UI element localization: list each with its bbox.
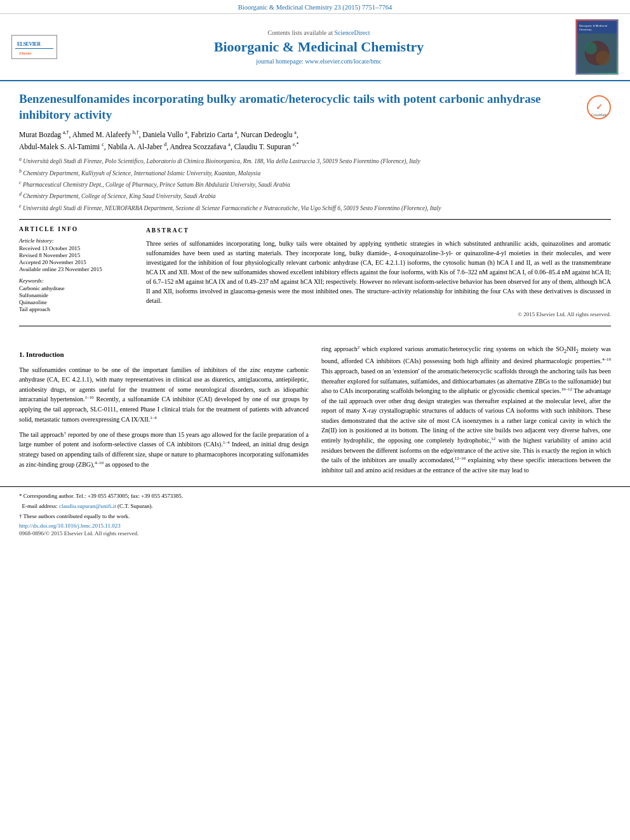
article-title-block: Benzenesulfonamides incorporating bulky … xyxy=(19,91,611,123)
received-date: Received 13 October 2015 xyxy=(19,245,135,251)
author-claudiu: Claudiu T. Supuran e,* xyxy=(234,143,299,150)
svg-text:CrossMark: CrossMark xyxy=(591,113,607,117)
intro-para1: The sulfonamides continue to be one of t… xyxy=(19,365,309,425)
elsevier-logo-icon: ELSEVIER Elsevier xyxy=(14,37,55,57)
article-history-label: Article history: xyxy=(19,237,135,244)
doi-line[interactable]: http://dx.doi.org/10.1016/j.bmc.2015.11.… xyxy=(19,523,611,529)
abstract-copyright: © 2015 Elsevier Ltd. All rights reserved… xyxy=(146,310,611,319)
article-info-col: ARTICLE INFO Article history: Received 1… xyxy=(19,226,146,319)
elsevier-logo-box: ELSEVIER Elsevier xyxy=(11,35,57,59)
affil-e: e Università degli Studi di Firenze, NEU… xyxy=(19,203,611,213)
thumbnail-image: Bioorganic & Medicinal Chemistry xyxy=(577,20,617,74)
homepage-url[interactable]: www.elsevier.com/locate/bmc xyxy=(305,58,381,65)
journal-center: Contents lists available at ScienceDirec… xyxy=(62,29,575,65)
keyword-1: Carbonic anhydrase xyxy=(19,285,135,291)
footer-copyright: 0968-0896/© 2015 Elsevier Ltd. All right… xyxy=(19,530,611,537)
affil-b: b Chemistry Department, Kulliyyah of Sci… xyxy=(19,168,611,178)
svg-point-10 xyxy=(585,42,597,54)
keyword-4: Tail approach xyxy=(19,306,135,312)
footnote-email: E-mail address: claudiu.supuran@unifi.it… xyxy=(19,502,611,510)
affil-d: d Chemistry Department, College of Scien… xyxy=(19,190,611,201)
author-fabrizio: Fabrizio Carta a, xyxy=(191,131,241,138)
doi-text[interactable]: http://dx.doi.org/10.1016/j.bmc.2015.11.… xyxy=(19,523,121,529)
contents-text: Contents lists available at xyxy=(267,29,332,36)
homepage-label: journal homepage: xyxy=(256,58,304,65)
accepted-date: Accepted 20 November 2015 xyxy=(19,259,135,265)
right-col: ring approach2 which explored various ar… xyxy=(321,344,611,481)
author-nurcan: Nurcan Dedeoglu a, xyxy=(241,131,298,138)
keyword-3: Quinazoline xyxy=(19,299,135,305)
journal-ref-text: Bioorganic & Medicinal Chemistry 23 (201… xyxy=(238,4,392,11)
email-link[interactable]: claudiu.supuran@unifi.it xyxy=(59,503,116,509)
svg-text:ELSEVIER: ELSEVIER xyxy=(17,41,41,47)
left-col: 1. Introduction The sulfonamides continu… xyxy=(19,344,309,481)
author-daniela: Daniela Vullo a, xyxy=(143,131,191,138)
article-info-heading: ARTICLE INFO xyxy=(19,226,135,232)
journal-reference: Bioorganic & Medicinal Chemistry 23 (201… xyxy=(0,0,630,14)
abstract-text: Three series of sulfonamides incorporati… xyxy=(146,239,611,305)
author-nabila: Nabila A. Al-Jaber d, xyxy=(107,143,170,150)
svg-rect-2 xyxy=(15,48,53,49)
journal-thumbnail: Bioorganic & Medicinal Chemistry xyxy=(575,19,619,75)
footnote-dagger: † These authors contributed equally to t… xyxy=(19,512,611,521)
svg-text:Bioorganic & Medicinal: Bioorganic & Medicinal xyxy=(579,24,607,27)
intro-para2: The tail approach† reported by one of th… xyxy=(19,430,309,470)
contents-line: Contents lists available at ScienceDirec… xyxy=(69,29,569,36)
revised-date: Revised 8 November 2015 xyxy=(19,252,135,258)
right-para1: ring approach2 which explored various ar… xyxy=(321,344,611,476)
footnote-section: * Corresponding author. Tel.: +39 055 45… xyxy=(0,486,630,537)
journal-title: Bioorganic & Medicinal Chemistry xyxy=(69,39,569,55)
journal-header: ELSEVIER Elsevier Contents lists availab… xyxy=(0,14,630,81)
keywords-label: Keywords: xyxy=(19,277,135,284)
abstract-col: ABSTRACT Three series of sulfonamides in… xyxy=(146,226,611,319)
keyword-2: Sulfonamide xyxy=(19,292,135,298)
elsevier-logo-block: ELSEVIER Elsevier xyxy=(11,35,62,59)
authors-line: Murat Bozdag a,†, Ahmed M. Alafeefy b,†,… xyxy=(19,129,611,152)
journal-homepage: journal homepage: www.elsevier.com/locat… xyxy=(69,58,569,65)
affil-a: a Università degli Studi di Firenze, Pol… xyxy=(19,156,611,166)
main-body: 1. Introduction The sulfonamides continu… xyxy=(0,333,630,481)
svg-text:Elsevier: Elsevier xyxy=(18,51,32,56)
author-abdulmalek: Abdul-Malek S. Al-Tamimi c, xyxy=(19,143,107,150)
author-andrea: Andrea Scozzafava a, xyxy=(170,143,234,150)
divider xyxy=(19,219,611,220)
available-date: Available online 23 November 2015 xyxy=(19,266,135,272)
sciencedirect-link[interactable]: ScienceDirect xyxy=(334,29,370,36)
info-abstract-section: ARTICLE INFO Article history: Received 1… xyxy=(19,226,611,319)
svg-point-11 xyxy=(596,51,610,65)
abstract-heading: ABSTRACT xyxy=(146,226,611,235)
affiliations: a Università degli Studi di Firenze, Pol… xyxy=(19,156,611,213)
crossmark-icon: ✓ CrossMark xyxy=(587,95,611,119)
divider2 xyxy=(19,326,611,326)
footnote-star: * Corresponding author. Tel.: +39 055 45… xyxy=(19,492,611,500)
author-murat: Murat Bozdag a,†, xyxy=(19,131,72,138)
svg-text:✓: ✓ xyxy=(596,102,603,112)
author-ahmed: Ahmed M. Alafeefy b,†, xyxy=(72,131,143,138)
article-section: Benzenesulfonamides incorporating bulky … xyxy=(0,81,630,326)
affil-c: c Pharmaceutical Chemistry Dept., Colleg… xyxy=(19,179,611,189)
intro-heading: 1. Introduction xyxy=(19,349,309,360)
svg-text:Chemistry: Chemistry xyxy=(579,28,592,31)
article-title: Benzenesulfonamides incorporating bulky … xyxy=(19,91,580,123)
